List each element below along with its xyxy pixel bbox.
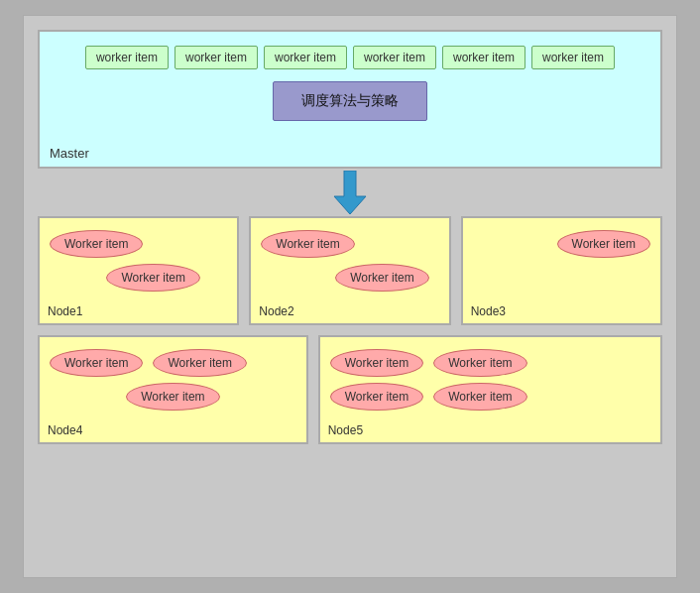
worker-oval: Worker item (330, 349, 423, 377)
node3-label: Node3 (471, 304, 506, 318)
worker-oval: Worker item (106, 264, 199, 292)
node2-label: Node2 (259, 304, 293, 318)
worker-item-tag: worker item (85, 46, 169, 69)
arrow-section (38, 169, 662, 216)
worker-oval: Worker item (433, 383, 526, 411)
worker-oval: Worker item (50, 349, 143, 377)
node2-items: Worker item Worker item (261, 230, 438, 292)
down-arrow-icon (330, 171, 370, 214)
worker-item-tag: worker item (442, 46, 525, 69)
nodes-grid: Worker item Worker item Node1 Worker ite… (38, 216, 662, 444)
worker-oval: Worker item (433, 349, 526, 377)
node5-items: Worker item Worker item Worker item Work… (330, 349, 650, 411)
worker-oval: Worker item (153, 349, 246, 377)
worker-item-tag: worker item (175, 46, 258, 69)
worker-oval: Worker item (261, 230, 354, 258)
node4-items: Worker item Worker item Worker item (50, 349, 296, 411)
node1-label: Node1 (48, 304, 82, 318)
worker-oval: Worker item (557, 230, 650, 258)
master-box: worker item worker item worker item work… (38, 30, 662, 169)
node3-items: Worker item (473, 230, 650, 258)
node2-box: Worker item Worker item Node2 (249, 216, 450, 325)
node4-box: Worker item Worker item Worker item Node… (38, 335, 308, 444)
node3-box: Worker item Node3 (461, 216, 662, 325)
main-container: worker item worker item worker item work… (23, 15, 677, 578)
scheduler-box: 调度算法与策略 (273, 81, 427, 121)
worker-oval: Worker item (126, 383, 219, 411)
worker-item-tag: worker item (264, 46, 347, 69)
nodes-row-1: Worker item Worker item Node1 Worker ite… (38, 216, 662, 325)
worker-items-row: worker item worker item worker item work… (85, 46, 615, 69)
node5-box: Worker item Worker item Worker item Work… (318, 335, 662, 444)
node5-label: Node5 (328, 423, 363, 437)
master-label: Master (50, 146, 89, 161)
node1-box: Worker item Worker item Node1 (38, 216, 239, 325)
worker-oval: Worker item (50, 230, 143, 258)
svg-marker-0 (334, 171, 366, 214)
node1-items: Worker item Worker item (50, 230, 227, 292)
worker-oval: Worker item (330, 383, 423, 411)
nodes-row-2: Worker item Worker item Worker item Node… (38, 335, 662, 444)
worker-oval: Worker item (335, 264, 428, 292)
worker-item-tag: worker item (353, 46, 436, 69)
worker-item-tag: worker item (531, 46, 615, 69)
node4-label: Node4 (48, 423, 82, 437)
